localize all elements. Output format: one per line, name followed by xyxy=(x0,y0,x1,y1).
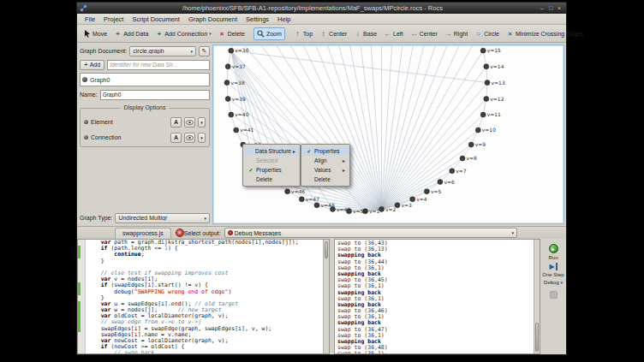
graph-vertex[interactable] xyxy=(314,203,319,208)
graph-vertex[interactable] xyxy=(438,180,443,185)
output-type-combobox[interactable]: Debug Messages ▾ xyxy=(224,228,517,238)
graph-vertex[interactable] xyxy=(480,48,486,53)
menu-project[interactable]: Project xyxy=(99,15,128,24)
context-subitem-align[interactable]: Align▸ xyxy=(302,156,349,165)
align-top-icon: ↑ xyxy=(294,30,301,38)
base-button[interactable]: ↓Base xyxy=(350,27,380,40)
center-button[interactable]: ↕Center xyxy=(316,27,350,40)
graph-vertex[interactable] xyxy=(475,128,480,133)
graph-vertex[interactable] xyxy=(229,48,234,53)
identifier-input[interactable] xyxy=(107,60,210,70)
context-item-selected: Selected xyxy=(244,156,299,165)
graph-vertex[interactable] xyxy=(484,97,489,102)
run-controls: ▶ Run ▶ One Step Debug ▾ xyxy=(540,239,566,354)
graph-document-value: circle.graph xyxy=(133,48,188,54)
script-editor[interactable]: var path = graph.dijkstra_shortest_path(… xyxy=(77,239,330,354)
move-button[interactable]: Move xyxy=(80,27,110,40)
graph-vertex[interactable] xyxy=(480,112,486,117)
menu-graph-document[interactable]: Graph Document xyxy=(184,15,242,24)
graph-item-icon xyxy=(82,77,87,82)
graph-vertex[interactable] xyxy=(424,189,429,194)
debug-message: swap to (36,1) xyxy=(337,351,534,353)
visibility-eye-button[interactable] xyxy=(184,133,195,143)
show-names-button[interactable]: A xyxy=(170,117,182,128)
graph-vertex[interactable] xyxy=(379,206,385,211)
editor-scrollbar[interactable] xyxy=(323,240,329,353)
graph-vertex[interactable] xyxy=(299,197,304,202)
vertex-label: v=37 xyxy=(232,63,246,69)
graph-vertex[interactable] xyxy=(229,112,234,117)
graph-vertex[interactable] xyxy=(234,128,239,133)
tab-swapprocess-js[interactable]: swapprocess.js xyxy=(115,228,171,239)
graph-vertex[interactable] xyxy=(450,169,455,174)
menu-help[interactable]: Help xyxy=(273,15,295,24)
run-button[interactable]: Run xyxy=(548,255,558,261)
output-scrollbar[interactable] xyxy=(534,240,540,353)
add-data-button[interactable]: +Add Data xyxy=(110,27,152,40)
delete-button[interactable]: ×Delete xyxy=(215,27,248,40)
one-step-icon[interactable]: ▶ xyxy=(549,263,557,270)
row-options-dropdown[interactable]: ▾ xyxy=(198,133,206,143)
gutter-line xyxy=(78,240,85,246)
vertex-label: v=40 xyxy=(235,111,248,117)
name-input[interactable] xyxy=(100,90,210,100)
graph-vertex[interactable] xyxy=(225,64,230,69)
graph-vertex[interactable] xyxy=(395,203,400,208)
debug-button[interactable]: Debug ▾ xyxy=(544,280,563,286)
bottom-content: var path = graph.dijkstra_shortest_path(… xyxy=(77,239,566,354)
stop-button[interactable] xyxy=(550,291,558,299)
add-data-structure-button[interactable]: + Add xyxy=(80,60,104,70)
graph-vertex[interactable] xyxy=(460,156,465,161)
circle-button[interactable]: ○Circle xyxy=(471,27,503,40)
data-type-dot-icon xyxy=(84,120,88,124)
close-window-button[interactable]: × xyxy=(555,3,564,13)
show-names-button[interactable]: A xyxy=(170,133,182,143)
context-item-data-structure[interactable]: Data Structure▸ xyxy=(244,146,299,156)
one-step-button[interactable]: One Step xyxy=(542,272,564,278)
graph-vertex[interactable] xyxy=(410,197,415,202)
graph-vertex[interactable] xyxy=(485,80,490,86)
eye-icon xyxy=(186,120,194,125)
graph-vertex[interactable] xyxy=(484,64,489,69)
check-icon: ✔ xyxy=(306,148,313,154)
zoom-button[interactable]: Zoom xyxy=(253,27,285,40)
editor-scrollbar-thumb[interactable] xyxy=(325,241,328,258)
menu-settings[interactable]: Settings xyxy=(242,15,273,24)
menu-file[interactable]: File xyxy=(80,15,99,24)
maximize-button[interactable]: □ xyxy=(546,3,555,13)
graph-vertex[interactable] xyxy=(285,189,290,194)
code-area[interactable]: var path = graph.dijkstra_shortest_path(… xyxy=(86,240,323,353)
right-button[interactable]: →Right xyxy=(441,27,471,40)
context-item-properties[interactable]: ✔Properties xyxy=(244,165,299,175)
output-scrollbar-thumb[interactable] xyxy=(535,323,539,352)
graph-vertex[interactable] xyxy=(225,97,230,102)
graph-vertex[interactable] xyxy=(224,80,230,86)
edit-document-button[interactable]: ✎ xyxy=(199,46,210,56)
graph-vertex[interactable] xyxy=(331,206,336,211)
context-item-delete[interactable]: Delete xyxy=(244,175,299,184)
run-play-icon[interactable]: ▶ xyxy=(549,244,558,253)
graph-list-item[interactable]: Graph0 xyxy=(82,74,207,85)
menu-script-document[interactable]: Script Document xyxy=(128,15,183,24)
top-button[interactable]: ↑Top xyxy=(290,27,316,40)
context-subitem-values[interactable]: Values▸ xyxy=(302,165,349,175)
close-tab-button[interactable]: × xyxy=(176,228,184,237)
add-button-label: Add xyxy=(90,62,100,68)
graph-vertex[interactable] xyxy=(347,209,352,214)
add-connection-button[interactable]: +Add Connection▾ xyxy=(152,27,214,40)
center-button[interactable]: ↔Center xyxy=(407,27,441,40)
minimize-crossing-icon: × xyxy=(506,30,514,38)
context-subitem-delete[interactable]: Delete xyxy=(302,175,349,184)
titlebar[interactable]: /home/phoenixx/SFB/SFB-A1-repository/Imp… xyxy=(77,3,566,14)
context-subitem-properties[interactable]: ✔Properties xyxy=(302,146,349,156)
graph-document-combobox[interactable]: circle.graph ▾ xyxy=(129,46,196,56)
row-options-dropdown[interactable]: ▾ xyxy=(198,117,206,128)
minimize-button[interactable]: – xyxy=(538,3,546,13)
graph-type-value: Undirected Multigr xyxy=(118,215,202,221)
minimize-crossing-edges-button[interactable]: ×Minimize Crossing Edges xyxy=(503,27,587,40)
graph-canvas[interactable]: v=1v=2v=3v=4v=5v=6v=7v=8v=9v=10v=11v=12v… xyxy=(212,45,564,224)
visibility-eye-button[interactable] xyxy=(184,117,195,128)
left-button[interactable]: ←Left xyxy=(380,27,407,40)
graph-vertex[interactable] xyxy=(468,142,474,147)
graph-type-combobox[interactable]: Undirected Multigr ▾ xyxy=(115,213,210,223)
